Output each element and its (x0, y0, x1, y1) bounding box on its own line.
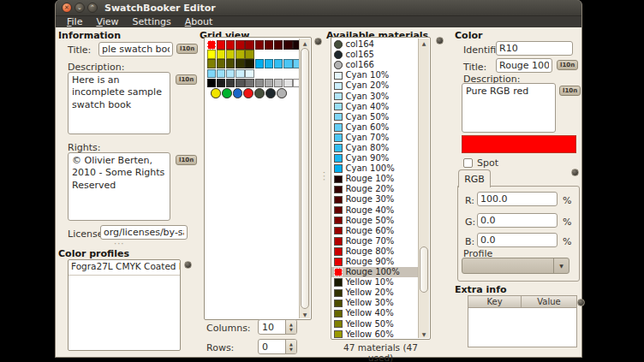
material-item-rouge-100-[interactable]: Rouge 100% (331, 267, 418, 277)
grid-swatch[interactable] (274, 40, 283, 50)
material-item-cyan-70-[interactable]: Cyan 70% (331, 133, 418, 143)
color-description-textarea[interactable]: Pure RGB red (462, 83, 556, 133)
grid-swatch[interactable] (274, 59, 283, 68)
grid-swatch[interactable] (226, 40, 236, 50)
material-item-rouge-10-[interactable]: Rouge 10% (331, 174, 418, 184)
grid-swatch[interactable] (207, 79, 217, 88)
material-item-cyan-90-[interactable]: Cyan 90% (331, 153, 418, 163)
material-item-rouge-20-[interactable]: Rouge 20% (331, 184, 418, 194)
title-l10n-button[interactable]: l10n (176, 44, 198, 54)
pane-grip-handle[interactable]: ··· (114, 239, 125, 248)
material-item-col166[interactable]: col166 (331, 60, 418, 70)
material-item-yellow-20-[interactable]: Yellow 20% (331, 288, 418, 298)
extra-info-options-icon[interactable] (577, 299, 585, 306)
grid-swatch[interactable] (265, 79, 274, 88)
maximize-button[interactable]: ⌃ (87, 3, 98, 13)
color-description-l10n-button[interactable]: l10n (559, 86, 581, 96)
material-item-rouge-80-[interactable]: Rouge 80% (331, 246, 418, 257)
grid-swatch[interactable] (236, 50, 245, 59)
grid-options-icon[interactable] (314, 38, 322, 45)
material-item-yellow-60-[interactable]: Yellow 60% (331, 329, 418, 340)
material-item-cyan-10-[interactable]: Cyan 10% (331, 70, 418, 80)
grid-swatch[interactable] (217, 40, 226, 50)
grid-swatch[interactable] (283, 79, 293, 88)
g-value-input[interactable] (477, 213, 558, 228)
color-profiles-list[interactable]: Fogra27L CMYK Coated Pr... (68, 259, 181, 351)
license-input[interactable] (100, 225, 188, 240)
grid-swatch[interactable] (283, 59, 293, 68)
material-item-cyan-20-[interactable]: Cyan 20% (331, 80, 418, 91)
book-title-input[interactable] (98, 42, 173, 56)
title-bar[interactable]: ✕ ⌄ ⌃ SwatchBooker Editor (56, 0, 581, 16)
material-item-col165[interactable]: col165 (331, 50, 418, 60)
spinner-arrows-icon[interactable]: ▲▼ (285, 340, 296, 353)
grid-swatch[interactable] (236, 79, 245, 88)
color-values-options-icon[interactable] (571, 169, 579, 176)
grid-swatch[interactable] (236, 40, 245, 50)
identifier-input[interactable] (496, 41, 573, 56)
material-item-cyan-40-[interactable]: Cyan 40% (331, 102, 418, 112)
grid-swatch[interactable] (207, 59, 217, 68)
grid-swatch[interactable] (226, 79, 236, 88)
material-item-yellow-30-[interactable]: Yellow 30% (331, 298, 418, 308)
materials-scrollbar[interactable]: ▲ ▼ (418, 39, 429, 338)
color-title-input[interactable] (496, 58, 552, 73)
grid-swatch[interactable] (226, 59, 236, 68)
grid-swatch[interactable] (283, 40, 293, 50)
grid-swatch[interactable] (265, 59, 274, 68)
profile-dropdown[interactable]: ▼ (462, 258, 569, 274)
material-item-yellow-40-[interactable]: Yellow 40% (331, 308, 418, 318)
grid-swatch[interactable] (255, 40, 265, 50)
menu-about[interactable]: About (178, 16, 220, 27)
grid-swatch[interactable] (217, 69, 226, 79)
materials-list[interactable]: col164col165col166Cyan 10%Cyan 20%Cyan 3… (331, 39, 418, 340)
scroll-down-icon[interactable]: ▼ (300, 310, 310, 318)
materials-options-icon[interactable] (436, 37, 444, 45)
grid-swatch[interactable] (207, 69, 217, 79)
material-item-cyan-100-[interactable]: Cyan 100% (331, 163, 418, 174)
grid-swatch-circle[interactable] (265, 88, 276, 98)
grid-swatch[interactable] (226, 50, 236, 59)
grid-swatch-circle[interactable] (243, 88, 253, 98)
grid-swatch[interactable] (245, 50, 254, 59)
grid-swatch-circle[interactable] (277, 88, 287, 98)
grid-swatch-circle[interactable] (222, 88, 232, 98)
grid-swatch[interactable] (274, 79, 283, 88)
b-value-input[interactable] (477, 233, 558, 247)
columns-spinner[interactable]: 10 ▲▼ (258, 319, 297, 335)
material-item-col164[interactable]: col164 (331, 39, 418, 50)
material-item-rouge-30-[interactable]: Rouge 30% (331, 194, 418, 205)
grid-swatch[interactable] (245, 79, 254, 88)
grid-scrollbar[interactable]: ▲ ▼ (299, 39, 310, 318)
key-column-header[interactable]: Key (468, 296, 522, 308)
grid-swatch[interactable] (245, 59, 254, 68)
value-column-header[interactable]: Value (522, 296, 576, 308)
rows-spinner[interactable]: 0 ▲▼ (258, 339, 297, 354)
material-item-yellow-50-[interactable]: Yellow 50% (331, 319, 418, 329)
profiles-options-icon[interactable] (184, 261, 192, 269)
grid-swatch[interactable] (217, 50, 226, 59)
grid-swatch[interactable] (217, 79, 226, 88)
menu-settings[interactable]: Settings (126, 16, 178, 27)
description-l10n-button[interactable]: l10n (176, 74, 197, 85)
grid-swatch[interactable] (207, 50, 217, 59)
grid-swatch[interactable] (236, 59, 245, 68)
spinner-arrows-icon[interactable]: ▲▼ (285, 320, 296, 334)
grid-swatch-circle[interactable] (254, 88, 265, 98)
minimize-button[interactable]: ⌄ (75, 3, 85, 13)
material-item-cyan-50-[interactable]: Cyan 50% (331, 112, 418, 122)
grid-swatch[interactable] (217, 59, 226, 68)
material-item-rouge-70-[interactable]: Rouge 70% (331, 236, 418, 246)
rights-l10n-button[interactable]: l10n (176, 155, 197, 165)
grid-swatch[interactable] (207, 40, 217, 50)
spot-checkbox[interactable] (463, 158, 473, 168)
grid-swatch[interactable] (245, 69, 254, 79)
material-item-yellow-10-[interactable]: Yellow 10% (331, 277, 418, 288)
extra-info-table[interactable]: Key Value (468, 295, 577, 347)
tab-rgb[interactable]: RGB (458, 169, 491, 187)
material-item-rouge-40-[interactable]: Rouge 40% (331, 205, 418, 216)
menu-view[interactable]: View (89, 16, 125, 27)
grid-swatch[interactable] (226, 69, 236, 79)
scroll-down-icon[interactable]: ▼ (419, 329, 429, 338)
menu-file[interactable]: File (60, 16, 89, 27)
